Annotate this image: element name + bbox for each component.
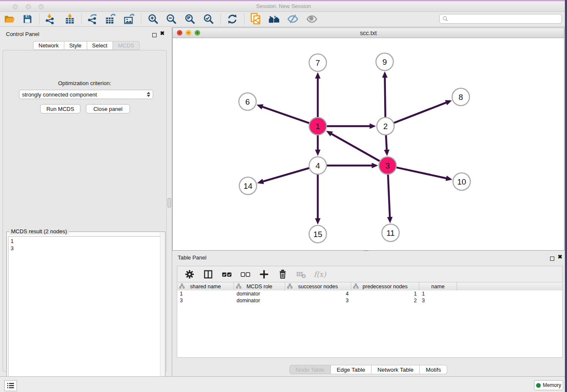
close-table-panel-icon[interactable]: ✖ (558, 254, 562, 260)
edge-4-14[interactable] (257, 168, 310, 184)
node-label: 10 (457, 177, 466, 186)
node-7[interactable]: 7 (309, 54, 327, 72)
float-table-panel-icon[interactable] (550, 255, 554, 262)
edge-4-3[interactable] (327, 163, 378, 168)
node-9[interactable]: 9 (376, 53, 394, 71)
optimization-criterion-select[interactable]: strongly connected component (19, 90, 153, 99)
refresh-layout-icon[interactable] (225, 13, 239, 25)
tab-edge-table[interactable]: Edge Table (331, 365, 372, 374)
node-11[interactable]: 11 (382, 224, 399, 242)
zoom-out-icon[interactable] (164, 13, 179, 25)
tab-motifs[interactable]: Motifs (420, 365, 447, 374)
node-8[interactable]: 8 (452, 88, 470, 106)
node-1[interactable]: 1 (309, 118, 327, 135)
table-row[interactable]: 3dominator323 (177, 297, 562, 304)
task-history-button[interactable] (4, 380, 17, 391)
tab-mcds[interactable]: MCDS (113, 41, 140, 50)
edge-1-7[interactable] (315, 72, 321, 118)
column-header-MCDS-role[interactable]: MCDS role (234, 282, 285, 290)
import-table-icon[interactable] (63, 13, 77, 25)
edge-4-15[interactable] (315, 174, 321, 225)
network-overview-icon[interactable] (267, 13, 281, 25)
node-14[interactable]: 14 (239, 177, 257, 195)
close-panel-icon[interactable]: ✖ (160, 30, 165, 36)
tab-node-table[interactable]: Node Table (289, 365, 331, 374)
close-panel-button[interactable]: Close panel (86, 104, 130, 113)
node-15[interactable]: 15 (309, 226, 327, 243)
edge-arrowhead (315, 218, 321, 225)
export-table-icon[interactable] (103, 13, 118, 25)
node-6[interactable]: 6 (239, 93, 256, 110)
tab-style[interactable]: Style (64, 41, 87, 50)
edge-1-2[interactable] (327, 124, 376, 129)
zoom-fit-icon[interactable] (183, 13, 197, 25)
settings-gear-icon[interactable] (183, 268, 196, 281)
column-attribute-icon (287, 284, 292, 289)
node-3[interactable]: 3 (379, 157, 396, 174)
control-panel-tabs: Network Style Select MCDS (33, 41, 140, 50)
result-scrollbar[interactable] (160, 232, 165, 386)
run-mcds-button[interactable]: Run MCDS (40, 104, 80, 113)
edge-arrowhead (382, 71, 388, 77)
import-network-icon[interactable] (43, 13, 57, 25)
zoom-selected-icon[interactable] (201, 13, 216, 25)
edge-3-10[interactable] (396, 167, 452, 181)
show-column-icon[interactable] (202, 268, 215, 281)
edge-1-4[interactable] (315, 135, 321, 156)
open-file-icon[interactable] (3, 13, 17, 25)
export-network-icon[interactable] (85, 13, 99, 25)
node-label: 9 (383, 58, 387, 66)
node-table[interactable]: shared nameMCDS rolesuccessor nodesprede… (177, 282, 563, 358)
table-cell: 3 (177, 297, 234, 304)
control-panel: Control Panel ✖ Network Style Select MCD… (0, 28, 169, 375)
column-header-name[interactable]: name (419, 282, 457, 290)
edge-1-6[interactable] (256, 104, 309, 123)
node-label: 7 (316, 58, 320, 67)
table-body: 1dominator4113dominator323 (177, 290, 562, 304)
node-4[interactable]: 4 (309, 157, 327, 174)
delete-table-icon[interactable] (295, 268, 308, 281)
edge-3-1[interactable] (326, 131, 380, 161)
node-label: 6 (245, 97, 250, 106)
edge-2-3[interactable] (384, 135, 389, 156)
column-header-successor-nodes[interactable]: successor nodes (285, 282, 351, 290)
split-divider-handle[interactable] (168, 198, 171, 207)
search-input[interactable] (449, 16, 561, 22)
hide-panels-icon[interactable] (286, 13, 300, 25)
network-graph-canvas[interactable]: 7968124314101511 (173, 39, 564, 250)
deselect-all-icon[interactable] (239, 268, 252, 281)
node-label: 4 (316, 161, 320, 170)
control-panel-title: Control Panel (6, 31, 39, 37)
zoom-in-icon[interactable] (146, 13, 160, 25)
select-all-icon[interactable] (220, 268, 233, 281)
desktop-edge-top (0, 0, 567, 1)
delete-row-icon[interactable] (276, 268, 289, 281)
float-panel-icon[interactable] (152, 31, 157, 39)
mcds-result-text[interactable]: 1 3 (8, 236, 164, 391)
edge-2-8[interactable] (394, 100, 452, 123)
tab-network[interactable]: Network (33, 41, 64, 50)
memory-button[interactable]: Memory (534, 380, 563, 390)
node-10[interactable]: 10 (453, 173, 471, 190)
toolbar-search[interactable] (439, 14, 562, 24)
node-label: 15 (313, 230, 322, 239)
function-builder-icon[interactable]: f(x) (314, 268, 326, 281)
optimization-criterion-value: strongly connected component (22, 91, 97, 98)
network-view-window: × − + scc.txt 7968124314101511 (172, 28, 564, 251)
window-titlebar: Session: New Session (0, 0, 567, 12)
tab-network-table[interactable]: Network Table (372, 365, 420, 374)
column-header-shared-name[interactable]: shared name (177, 282, 234, 290)
table-row[interactable]: 1dominator411 (177, 290, 562, 297)
duplicate-network-icon[interactable] (249, 13, 263, 25)
edge-3-11[interactable] (387, 174, 393, 223)
menu-list-icon (7, 382, 14, 389)
column-header-predecessor-nodes[interactable]: predecessor nodes (351, 282, 419, 290)
save-session-icon[interactable] (20, 13, 35, 25)
column-attribute-icon (353, 284, 358, 289)
node-2[interactable]: 2 (377, 118, 394, 135)
edge-2-9[interactable] (382, 71, 388, 117)
tab-select[interactable]: Select (87, 41, 113, 50)
export-image-icon[interactable] (122, 13, 136, 25)
show-panels-icon[interactable] (305, 13, 319, 25)
add-row-icon[interactable] (258, 268, 270, 281)
